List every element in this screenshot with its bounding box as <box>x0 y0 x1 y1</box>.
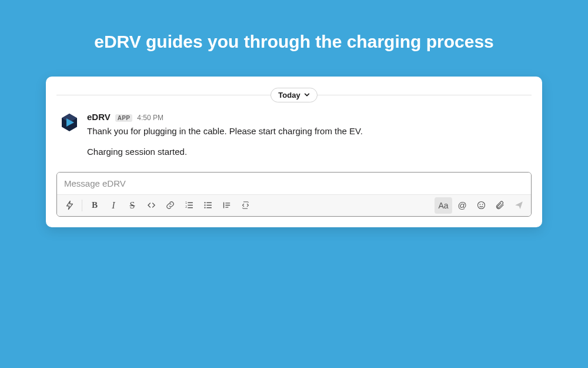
message-body: eDRV APP 4:50 PM Thank you for plugging … <box>87 112 529 159</box>
emoji-button[interactable] <box>472 197 490 214</box>
italic-icon: I <box>112 200 115 211</box>
svg-point-8 <box>204 202 205 203</box>
sender-name: eDRV <box>87 112 111 122</box>
code-button[interactable] <box>142 197 160 214</box>
mention-icon: @ <box>457 200 466 210</box>
chat-card: Today eDRV APP 4:50 PM Th <box>46 77 542 227</box>
formatting-toggle-button[interactable]: Aa <box>435 197 452 214</box>
message-row: eDRV APP 4:50 PM Thank you for plugging … <box>56 104 532 161</box>
svg-point-19 <box>479 204 480 205</box>
bullet-list-button[interactable] <box>199 197 216 214</box>
aa-icon: Aa <box>438 201 448 210</box>
lightning-icon <box>65 200 75 210</box>
send-icon <box>514 200 524 210</box>
message-input[interactable] <box>57 173 531 194</box>
date-divider-row: Today <box>56 86 532 104</box>
shortcuts-button[interactable] <box>61 197 78 214</box>
message-composer: B I S 1 2 <box>56 172 532 217</box>
ordered-list-button[interactable]: 1 2 <box>180 197 198 214</box>
bullet-list-icon <box>203 200 213 210</box>
svg-point-9 <box>204 204 205 205</box>
strike-button[interactable]: S <box>123 197 141 214</box>
message-time: 4:50 PM <box>137 114 163 122</box>
chevron-down-icon <box>304 92 310 98</box>
strikethrough-icon: S <box>130 200 135 211</box>
bold-icon: B <box>92 200 98 210</box>
date-divider-label: Today <box>278 91 300 100</box>
app-badge: APP <box>115 114 132 122</box>
emoji-icon <box>476 200 486 210</box>
message-line-2: Charging session started. <box>87 145 529 158</box>
mention-button[interactable]: @ <box>453 197 471 214</box>
code-block-button[interactable] <box>236 197 254 214</box>
blockquote-icon <box>222 200 232 210</box>
composer-toolbar: B I S 1 2 <box>57 194 531 216</box>
svg-text:1: 1 <box>185 201 187 204</box>
ordered-list-icon: 1 2 <box>184 200 194 210</box>
page-headline: eDRV guides you through the charging pro… <box>0 32 588 52</box>
code-icon <box>146 200 156 210</box>
paperclip-icon <box>495 200 505 210</box>
svg-point-10 <box>204 207 205 208</box>
blockquote-button[interactable] <box>218 197 235 214</box>
link-button[interactable] <box>161 197 179 214</box>
avatar <box>59 112 80 133</box>
send-button[interactable] <box>510 197 527 214</box>
toolbar-separator <box>82 200 82 211</box>
code-block-icon <box>240 200 250 210</box>
message-line-1: Thank you for plugging in the cable. Ple… <box>87 124 529 138</box>
link-icon <box>165 200 175 210</box>
attach-button[interactable] <box>491 197 509 214</box>
italic-button[interactable]: I <box>105 197 122 214</box>
stage: eDRV guides you through the charging pro… <box>0 0 588 368</box>
svg-point-18 <box>477 201 485 208</box>
svg-point-20 <box>482 204 483 205</box>
date-divider-button[interactable]: Today <box>270 88 317 102</box>
message-header: eDRV APP 4:50 PM <box>87 112 529 122</box>
svg-text:2: 2 <box>185 205 187 208</box>
bold-button[interactable]: B <box>86 197 103 214</box>
